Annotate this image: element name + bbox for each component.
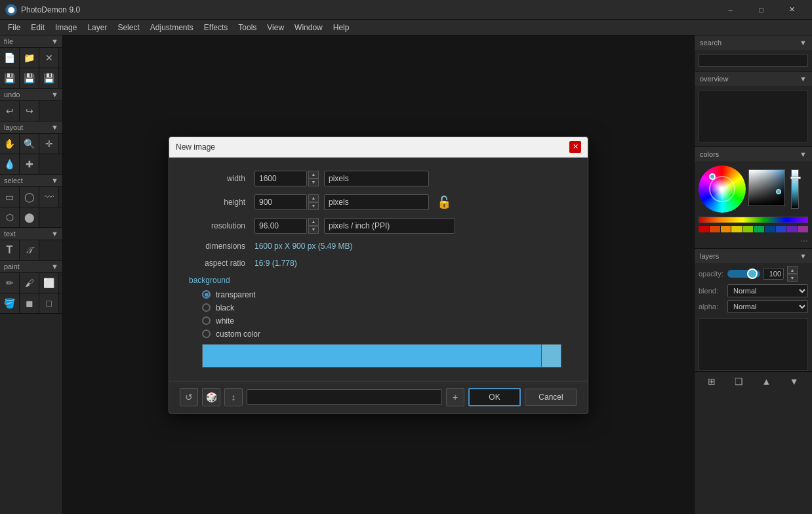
pencil-tool-button[interactable]: ✏ [0,273,20,293]
height-spin-up[interactable]: ▲ [308,194,319,202]
layout-section-header[interactable]: layout ▼ [0,121,62,134]
color-swatch[interactable] [754,226,764,232]
oval-select-button[interactable]: ◯ [20,187,39,207]
blend-select[interactable]: Normal Multiply Screen [727,284,808,297]
bg-radio-black[interactable] [202,303,211,312]
color-swatch[interactable] [776,226,786,232]
eyedropper-tool-button[interactable]: 💧 [0,154,20,174]
color-swatch[interactable] [786,226,797,232]
save-preset-button[interactable]: + [446,388,464,406]
cancel-button[interactable]: Cancel [525,389,577,406]
bg-option-black[interactable]: black [202,303,568,312]
height-spin-down[interactable]: ▼ [308,202,319,210]
opacity-spin-up[interactable]: ▲ [787,266,798,274]
reset-button[interactable]: ↺ [180,388,198,406]
text-tool-button[interactable]: T [0,240,20,260]
resolution-unit-select[interactable]: pixels / inch (PPI) pixels / cm [324,218,455,234]
width-input[interactable] [254,171,307,186]
fill-tool-button[interactable]: 🪣 [0,293,20,313]
move-tool-button[interactable]: ✛ [39,134,59,154]
color-swatch[interactable] [742,226,753,232]
color-square-container[interactable] [748,169,788,209]
eraser-tool-button[interactable]: ⬜ [39,273,59,293]
shape-tool-button[interactable]: □ [39,293,59,313]
paint-section-header[interactable]: paint ▼ [0,261,62,273]
file-section-header[interactable]: file ▼ [0,35,62,48]
lasso-select-button[interactable]: 〰 [39,187,59,207]
layers-panel-header[interactable]: layers ▼ [695,249,812,263]
text-section-header[interactable]: text ▼ [0,228,62,240]
select-section-header[interactable]: select ▼ [0,175,62,187]
color-swatch[interactable] [699,226,709,232]
randomize-button[interactable]: 🎲 [202,388,220,406]
close-button[interactable]: ✕ [777,3,807,17]
search-input[interactable] [699,54,808,67]
menu-file[interactable]: File [3,22,26,33]
color-swatch[interactable] [798,226,808,232]
save-as-button[interactable]: 💾 [20,68,39,88]
magic-wand-button[interactable]: ⬤ [20,207,39,227]
color-vertical-slider[interactable] [791,169,799,209]
bg-radio-transparent[interactable] [202,290,211,299]
aspect-lock-button[interactable]: 🔓 [437,195,451,209]
opacity-value-input[interactable] [763,268,784,280]
width-spin-down[interactable]: ▼ [308,179,319,186]
ok-button[interactable]: OK [468,388,521,406]
close-file-button[interactable]: ✕ [39,48,59,68]
menu-view[interactable]: View [262,22,289,33]
alpha-select[interactable]: Normal Inherit Erase [727,300,808,313]
bg-option-transparent[interactable]: transparent [202,290,568,299]
minimize-button[interactable]: – [716,3,745,17]
save-button[interactable]: 💾 [0,68,20,88]
rect-select-button[interactable]: ▭ [0,187,20,207]
gradient-tool-button[interactable]: ◼ [20,293,39,313]
preset-select[interactable] [247,389,442,405]
swap-button[interactable]: ↕ [224,388,243,406]
menu-tools[interactable]: Tools [233,22,262,33]
redo-button[interactable]: ↪ [20,101,39,121]
bg-radio-custom[interactable] [202,330,211,338]
menu-window[interactable]: Window [289,22,328,33]
menu-help[interactable]: Help [328,22,355,33]
maximize-button[interactable]: □ [746,3,776,17]
dialog-close-button[interactable]: ✕ [569,141,581,153]
new-file-button[interactable]: 📄 [0,48,20,68]
layers-move-up-button[interactable]: ▲ [761,376,771,387]
text-tool2-button[interactable]: 𝒯 [20,240,39,260]
resolution-spin-up[interactable]: ▲ [308,218,319,226]
menu-image[interactable]: Image [50,22,82,33]
polygon-select-button[interactable]: ⬡ [0,207,20,227]
menu-effects[interactable]: Effects [199,22,233,33]
bg-radio-white[interactable] [202,316,211,325]
crosshair-tool-button[interactable]: ✚ [20,154,39,174]
width-spin-up[interactable]: ▲ [308,171,319,179]
height-input[interactable] [254,194,307,210]
color-palette-bar[interactable] [699,217,808,223]
overview-panel-header[interactable]: overview ▼ [695,72,812,86]
layers-move-down-button[interactable]: ▼ [790,376,799,387]
hand-tool-button[interactable]: ✋ [0,134,20,154]
layers-merge-button[interactable]: ⊞ [708,376,716,387]
resolution-spin-down[interactable]: ▼ [308,226,319,234]
color-swatch[interactable] [710,226,720,232]
open-file-button[interactable]: 📁 [20,48,39,68]
opacity-spin-down[interactable]: ▼ [787,274,798,282]
search-panel-header[interactable]: search ▼ [695,35,812,50]
color-preview-bar[interactable] [202,344,561,368]
opacity-slider[interactable] [727,270,760,278]
height-unit-select[interactable]: pixels inches cm [324,194,429,210]
color-swatch[interactable] [765,226,775,232]
colors-panel-header[interactable]: colors ▼ [695,147,812,161]
bg-option-custom[interactable]: custom color [202,330,568,339]
export-button[interactable]: 💾 [39,68,59,88]
color-swatch[interactable] [721,226,731,232]
width-unit-select[interactable]: pixels inches cm [324,171,429,186]
resolution-input[interactable] [254,218,307,234]
color-square[interactable] [748,169,785,206]
more-icon[interactable]: ··· [800,235,808,246]
menu-select[interactable]: Select [112,22,144,33]
brush-tool-button[interactable]: 🖌 [20,273,39,293]
menu-adjustments[interactable]: Adjustments [145,22,199,33]
undo-section-header[interactable]: undo ▼ [0,89,62,101]
color-picker-button[interactable] [541,345,561,367]
